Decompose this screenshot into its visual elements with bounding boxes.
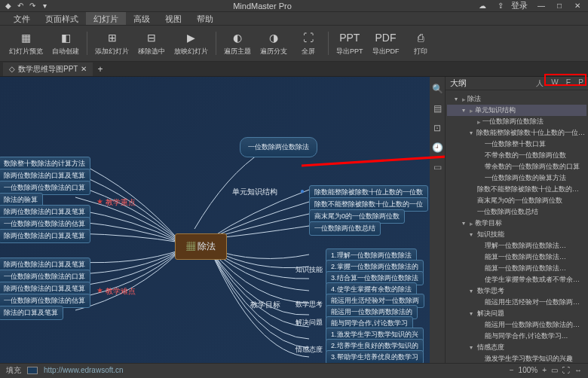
- menu-item-1[interactable]: 页面样式: [38, 12, 86, 25]
- menu-item-2[interactable]: 幻灯片: [86, 12, 126, 25]
- center-node[interactable]: ▦ 除法: [175, 233, 227, 260]
- panel-title: 大纲: [450, 78, 467, 89]
- ribbon-移除选中[interactable]: ⊟移除选中: [135, 29, 168, 58]
- annotation-box: [544, 74, 586, 86]
- qat-dropdown-icon[interactable]: ▾: [39, 1, 50, 11]
- ribbon-icon: ⊟: [144, 30, 159, 45]
- clipboard-icon[interactable]: ▤: [431, 102, 443, 114]
- star-icon: ★: [96, 197, 103, 206]
- star-icon: ●: [300, 187, 305, 195]
- close-icon[interactable]: ✕: [570, 1, 585, 11]
- branch-label-ul[interactable]: 教学重点: [106, 197, 136, 208]
- slide-icon[interactable]: ▭: [431, 161, 443, 173]
- doc-icon: ◇: [9, 65, 15, 73]
- ribbon-icon: PPT: [342, 30, 357, 45]
- share-icon[interactable]: ⇪: [493, 1, 508, 11]
- ribbon-导出PPT[interactable]: PPT导出PPT: [333, 29, 366, 58]
- ribbon-全屏[interactable]: ⛶全屏: [293, 29, 323, 58]
- outline-item[interactable]: 一位数除两位数的验算方法: [447, 172, 586, 184]
- mindmap-node[interactable]: 除两位数除法的口算及笔算: [0, 229, 90, 243]
- sublabel-kt[interactable]: 知识技能: [296, 265, 323, 275]
- outline-item[interactable]: 不带余数的一位数除两位数: [447, 150, 586, 161]
- branch-label-ll[interactable]: 教学难点: [106, 286, 136, 297]
- ribbon-icon: ◑: [266, 30, 281, 45]
- outline-item[interactable]: ▸一位数除两位数除法: [447, 116, 586, 127]
- ribbon-幻灯片预览[interactable]: ▦幻灯片预览: [6, 29, 46, 58]
- status-link[interactable]: http://www.edrawsoft.cn: [44, 366, 124, 374]
- zoom-out-icon[interactable]: −: [510, 366, 514, 374]
- ribbon-icon: ⊞: [105, 30, 120, 45]
- history-icon[interactable]: 🕘: [431, 142, 443, 154]
- panel-header-icon-人[interactable]: 人: [536, 78, 544, 89]
- outline-item[interactable]: 能算一位数除两位数除法…: [447, 251, 586, 263]
- zoom-level: 100%: [519, 366, 538, 374]
- ribbon-自动创建[interactable]: ◧自动创建: [49, 29, 82, 58]
- view-mode-icon[interactable]: ▭: [551, 366, 558, 374]
- branch-label-lr[interactable]: 教学目标: [250, 300, 280, 310]
- outline-item[interactable]: ▾除数能整除被除数十位上数的一位…: [447, 127, 586, 139]
- mindmap-node[interactable]: 一位数除两位数总结: [309, 221, 381, 236]
- menu-item-4[interactable]: 视图: [158, 12, 189, 25]
- outline-item[interactable]: 能运用一位数除两位数除法的…: [447, 319, 586, 331]
- mindmap-node[interactable]: 除法的口算及笔算: [0, 306, 63, 320]
- outline-item[interactable]: 带余数的一位数除两位数的口算: [447, 161, 586, 172]
- ribbon-icon: ▶: [184, 30, 199, 45]
- outline-item[interactable]: 能与同学合作,讨论数学习…: [447, 331, 586, 342]
- fit-icon[interactable]: ↔: [574, 366, 582, 374]
- ribbon-导出PDF[interactable]: PDF导出PDF: [369, 29, 403, 58]
- ribbon-icon: ▦: [19, 30, 34, 45]
- zoom-in-icon[interactable]: +: [542, 366, 547, 374]
- branch-label-ur[interactable]: 单元知识结构: [232, 187, 277, 197]
- outline-item[interactable]: 理解一位数除两位数除法…: [447, 240, 586, 251]
- outline-item[interactable]: ▾▸除法: [447, 93, 586, 105]
- outline-item[interactable]: ▾知识技能: [447, 229, 586, 240]
- outline-item[interactable]: ▾数学思考: [447, 285, 586, 297]
- minimize-icon[interactable]: —: [534, 1, 549, 11]
- ribbon-打印[interactable]: ⎙打印: [406, 29, 436, 58]
- menu-item-0[interactable]: 文件: [6, 12, 38, 25]
- outline-item[interactable]: 能算一位数除两位数除法…: [447, 263, 586, 274]
- star-icon: ★: [96, 286, 103, 294]
- document-tab[interactable]: ◇ 数学思维导图PPT ✕: [3, 62, 93, 76]
- outline-item[interactable]: 使学生掌握带余数或者不带余…: [447, 274, 586, 285]
- undo-icon[interactable]: ↶: [15, 1, 26, 11]
- bubble-node[interactable]: 一位数除两位数除法: [240, 137, 317, 157]
- outline-item[interactable]: 一位数除两位数总结: [447, 206, 586, 218]
- ribbon-icon: ◐: [230, 30, 245, 45]
- mindmap-canvas[interactable]: ▦ 除法 一位数除两位数除法 ★ 教学重点 ★ 教学难点 单元知识结构 ● 教学…: [0, 77, 445, 363]
- outline-tree[interactable]: ▾▸除法▾▸单元知识结构▸一位数除两位数除法▾除数能整除被除数十位上数的一位…一…: [446, 90, 588, 363]
- ribbon-icon: ◧: [58, 30, 73, 45]
- outline-item[interactable]: ▾情感态度: [447, 342, 586, 353]
- tab-close-icon[interactable]: ✕: [81, 65, 87, 73]
- outline-item[interactable]: ▾解决问题: [447, 308, 586, 319]
- outline-item[interactable]: 能运用生活经验对一位数除两…: [447, 297, 586, 308]
- outline-item[interactable]: 商末尾为0的一位数除两位数: [447, 195, 586, 206]
- redo-icon[interactable]: ↷: [27, 1, 38, 11]
- login-button[interactable]: 登录: [511, 0, 528, 11]
- menu-item-3[interactable]: 高级: [126, 12, 158, 25]
- outline-item[interactable]: ▾▸教学目标: [447, 218, 586, 229]
- outline-item[interactable]: 除数不能整除被除数十位上数的…: [447, 184, 586, 195]
- ribbon-icon: PDF: [378, 30, 394, 45]
- sublabel-st[interactable]: 数学思考: [296, 300, 323, 309]
- ribbon-遍历分支[interactable]: ◑遍历分支: [257, 29, 290, 58]
- fullscreen-icon[interactable]: ⛶: [562, 366, 570, 374]
- attach-icon[interactable]: ⊡: [431, 122, 443, 134]
- ribbon-添加幻灯片[interactable]: ⊞添加幻灯片: [92, 29, 132, 58]
- sublabel-qt[interactable]: 情感态度: [296, 345, 323, 355]
- cloud-icon[interactable]: ☁: [475, 1, 490, 11]
- outline-item[interactable]: 一位数除整十数口算: [447, 139, 586, 150]
- new-tab-button[interactable]: +: [93, 64, 107, 75]
- magnify-icon[interactable]: 🔍: [431, 83, 443, 95]
- outline-item[interactable]: ▾▸单元知识结构: [447, 105, 586, 116]
- ribbon-icon: ⛶: [301, 30, 316, 45]
- ribbon-放映幻灯片[interactable]: ▶放映幻灯片: [171, 29, 211, 58]
- ribbon-遍历主题[interactable]: ◐遍历主题: [221, 29, 254, 58]
- maximize-icon[interactable]: □: [552, 1, 567, 11]
- menu-item-5[interactable]: 帮助: [189, 12, 221, 25]
- sublabel-jw[interactable]: 解决问题: [296, 318, 323, 328]
- fill-swatch[interactable]: [27, 367, 38, 374]
- mindmap-node[interactable]: 3.帮助学生培养优良的数学习: [326, 350, 424, 363]
- app-title: MindMaster Pro: [233, 2, 292, 11]
- outline-item[interactable]: 激发学生学习数学知识的兴趣: [447, 353, 586, 363]
